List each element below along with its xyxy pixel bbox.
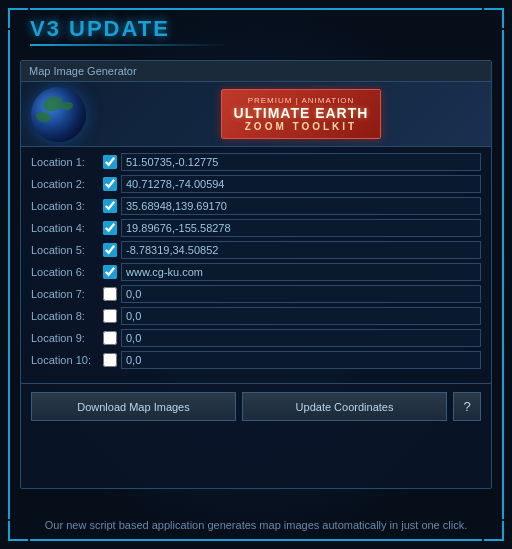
location-row: Location 7:	[31, 285, 481, 303]
location-checkbox-10[interactable]	[103, 353, 117, 367]
location-checkbox-2[interactable]	[103, 177, 117, 191]
location-input-5[interactable]	[121, 241, 481, 259]
footer-text: Our new script based application generat…	[30, 518, 482, 533]
location-checkbox-9[interactable]	[103, 331, 117, 345]
location-label-7: Location 7:	[31, 288, 103, 300]
location-input-10[interactable]	[121, 351, 481, 369]
panel-title: Map Image Generator	[21, 61, 491, 82]
location-row: Location 9:	[31, 329, 481, 347]
corner-decoration-tr	[484, 8, 504, 28]
border-right	[502, 30, 504, 519]
download-button[interactable]: Download Map Images	[31, 392, 236, 421]
title-accent	[30, 44, 230, 46]
logo-sub-text: ZOOM TOOLKIT	[234, 121, 369, 132]
corner-decoration-tl	[8, 8, 28, 28]
location-checkbox-5[interactable]	[103, 243, 117, 257]
location-row: Location 5:	[31, 241, 481, 259]
location-row: Location 4:	[31, 219, 481, 237]
locations-area: Location 1:Location 2:Location 3:Locatio…	[21, 147, 491, 379]
location-row: Location 6:	[31, 263, 481, 281]
location-label-1: Location 1:	[31, 156, 103, 168]
location-label-5: Location 5:	[31, 244, 103, 256]
location-label-10: Location 10:	[31, 354, 103, 366]
location-input-2[interactable]	[121, 175, 481, 193]
earth-graphic	[21, 82, 121, 147]
earth-globe	[31, 87, 86, 142]
logo-container: PREMIUM | ANIMATION ULTIMATE EARTH ZOOM …	[121, 89, 491, 140]
location-row: Location 1:	[31, 153, 481, 171]
border-bottom	[30, 539, 482, 541]
location-input-7[interactable]	[121, 285, 481, 303]
location-input-3[interactable]	[121, 197, 481, 215]
help-button[interactable]: ?	[453, 392, 481, 421]
location-checkbox-3[interactable]	[103, 199, 117, 213]
corner-decoration-br	[484, 521, 504, 541]
location-label-4: Location 4:	[31, 222, 103, 234]
border-top	[30, 8, 482, 10]
location-input-8[interactable]	[121, 307, 481, 325]
location-input-9[interactable]	[121, 329, 481, 347]
location-label-2: Location 2:	[31, 178, 103, 190]
location-checkbox-1[interactable]	[103, 155, 117, 169]
buttons-area: Download Map Images Update Coordinates ?	[21, 383, 491, 429]
main-panel: Map Image Generator PREMIUM | ANIMATION …	[20, 60, 492, 489]
earth-land-2	[35, 110, 52, 122]
location-input-4[interactable]	[121, 219, 481, 237]
logo-box: PREMIUM | ANIMATION ULTIMATE EARTH ZOOM …	[221, 89, 382, 140]
location-checkbox-6[interactable]	[103, 265, 117, 279]
location-label-3: Location 3:	[31, 200, 103, 212]
location-checkbox-4[interactable]	[103, 221, 117, 235]
location-row: Location 8:	[31, 307, 481, 325]
location-input-6[interactable]	[121, 263, 481, 281]
corner-decoration-bl	[8, 521, 28, 541]
location-label-8: Location 8:	[31, 310, 103, 322]
location-checkbox-8[interactable]	[103, 309, 117, 323]
location-label-6: Location 6:	[31, 266, 103, 278]
location-label-9: Location 9:	[31, 332, 103, 344]
page-title: V3 UPDATE	[30, 16, 170, 42]
location-checkbox-7[interactable]	[103, 287, 117, 301]
banner: PREMIUM | ANIMATION ULTIMATE EARTH ZOOM …	[21, 82, 491, 147]
logo-main-text-line1: ULTIMATE EARTH	[234, 105, 369, 122]
location-row: Location 10:	[31, 351, 481, 369]
location-row: Location 3:	[31, 197, 481, 215]
logo-top-text: PREMIUM | ANIMATION	[234, 96, 369, 105]
location-input-1[interactable]	[121, 153, 481, 171]
border-left	[8, 30, 10, 519]
location-row: Location 2:	[31, 175, 481, 193]
update-button[interactable]: Update Coordinates	[242, 392, 447, 421]
